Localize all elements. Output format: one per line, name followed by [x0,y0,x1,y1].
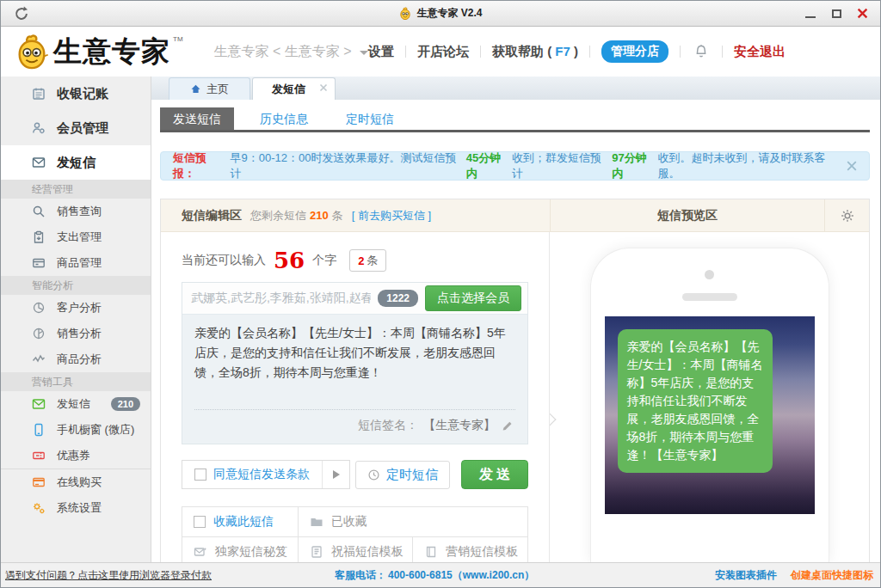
book-icon [424,545,438,559]
sidebar-section-operations: 经营管理 [1,180,151,199]
sidebar-item-members[interactable]: 会员管理 [1,111,151,145]
favorite-sms-option[interactable]: 收藏此短信 [182,507,298,536]
refresh-icon[interactable] [13,5,30,22]
close-button[interactable] [849,3,875,24]
payment-help-link[interactable]: 遇到支付问题？点击这里使用浏览器登录付款 [5,568,212,583]
agree-terms[interactable]: 同意短信发送条款 [182,461,322,488]
notice-highlight: 45分钟内 [466,150,512,181]
card-icon [32,256,46,270]
play-icon [333,470,340,479]
terms-expand-button[interactable] [322,461,349,488]
sidebar-item-label: 销售分析 [57,326,102,341]
notification-bell-icon[interactable] [692,42,711,61]
sidebar-item-label: 支出管理 [57,230,102,245]
clipboard-icon [32,230,46,244]
sms-forecast-notice: 短信预报： 早9：00-12：00时发送效果最好。测试短信预计 45分钟内 收到… [160,151,870,181]
menu-separator [589,46,590,58]
sms-panel: 短信编辑区 您剩余短信 210 条 [ 前去购买短信 ] 短信预览区 [160,199,870,562]
sidebar-item-sales-analysis[interactable]: 销售分析 [1,321,151,346]
select-members-button[interactable]: 点击选择会员 [425,285,521,311]
marketing-template-label: 营销短信模板 [446,544,518,560]
menu-settings[interactable]: 设置 [368,44,394,60]
sidebar-section-marketing: 营销工具 [1,372,151,391]
content: 主页 发短信 发送短信 历史信息 定时短信 短信预报： 早9：00-12：00时 [151,77,880,562]
remaining-sms: 您剩余短信 210 条 [250,208,343,224]
app-logo: 生意专家 TM [13,32,183,71]
menu-help[interactable]: 获取帮助 ( F7 ) [492,44,578,60]
sms-preview: 亲爱的【会员名称】【先生/女士】：本周【商铺名称】5年店庆，是您的支持和信任让我… [550,232,869,562]
sidebar-item-label: 收银记账 [57,86,108,102]
pie-chart-icon [32,327,46,340]
minimize-button[interactable] [798,3,823,24]
tab-strip: 主页 发短信 [151,77,880,100]
notice-text: 收到。超时未收到，请及时联系客服。 [657,150,847,181]
signature-row: 短信签名： 【生意专家】 [194,409,515,444]
subtab-scheduled[interactable]: 定时短信 [334,107,406,130]
subtab-row: 发送短信 历史信息 定时短信 [160,107,870,132]
favorite-checkbox[interactable] [194,516,206,528]
sms-count-badge: 210 [111,397,140,411]
subtab-history[interactable]: 历史信息 [248,107,320,130]
window-title: 生意专家 V2.4 [1,6,880,21]
recipients-input[interactable]: 武娜英,武艺彤,李雅茹,张靖阳,赵春... [191,291,371,306]
editor-panel-header: 短信编辑区 您剩余短信 210 条 [ 前去购买短信 ] [161,199,550,231]
logo-trademark: TM [173,35,183,43]
favorited-option[interactable]: 已收藏 [298,507,527,536]
manage-branch-button[interactable]: 管理分店 [601,40,668,63]
schedule-sms-button[interactable]: 定时短信 [355,461,450,489]
sidebar-item-sales-query[interactable]: 销售查询 [1,199,151,224]
sidebar-item-mobile-shop[interactable]: 手机橱窗 (微店) [1,417,151,443]
secret-tips-option[interactable]: 独家短信秘笈 [182,536,298,566]
terms-checkbox[interactable] [194,469,206,481]
store-breadcrumb[interactable]: 生意专家 < 生意专家 > [214,43,368,61]
service-phone: 客服电话： 400-600-6815（www.i200.cn） [335,568,534,583]
sms-editor: 当前还可以输入 56 个字 2 条 武娜英,武艺彤,李雅茹,张靖 [161,232,550,562]
sidebar-item-send-sms[interactable]: 发短信 210 [1,391,151,417]
sidebar-item-coupons[interactable]: 优惠券 [1,443,151,469]
menu-forum[interactable]: 开店论坛 [417,44,469,60]
sidebar-item-sms[interactable]: 发短信 [1,145,151,180]
sidebar-item-label: 商品分析 [57,352,102,367]
credit-card-icon [32,475,46,489]
message-count-box: 2 条 [349,249,386,272]
sms-options-grid: 收藏此短信 已收藏 独家短信秘笈 [182,506,528,567]
tab-sms[interactable]: 发短信 [252,77,336,100]
search-icon [32,205,46,218]
create-shortcut-link[interactable]: 创建桌面快捷图标 [791,568,873,583]
maximize-button[interactable] [823,3,849,24]
send-button[interactable]: 发送 [461,460,528,489]
clock-icon [367,469,380,481]
sidebar-item-buy-online[interactable]: 在线购买 [1,469,151,495]
chars-prefix: 当前还可以输入 [182,253,266,268]
message-textarea[interactable]: 亲爱的【会员名称】【先生/女士】：本周【商铺名称】5年店庆，是您的支持和信任让我… [194,323,515,402]
sidebar-item-label: 优惠券 [57,448,90,463]
member-icon [32,121,46,135]
sidebar-item-expenses[interactable]: 支出管理 [1,224,151,250]
envelope-icon [32,156,46,169]
sidebar-item-customer-analysis[interactable]: 客户分析 [1,295,151,321]
marketing-template-option[interactable]: 营销短信模板 [412,536,527,566]
notice-label: 短信预报： [173,150,229,181]
logout-button[interactable]: 安全退出 [734,44,786,60]
app-header: 生意专家 TM 生意专家 < 生意专家 > 设置 开店论坛 获取帮助 ( F7 … [1,27,880,77]
blessing-template-option[interactable]: 祝福短信模板 [298,536,413,566]
chars-remaining-count: 56 [274,249,305,272]
sidebar-item-product-analysis[interactable]: 商品分析 [1,346,151,372]
notice-close-icon[interactable] [847,161,857,171]
sidebar-item-products[interactable]: 商品管理 [1,250,151,276]
edit-pencil-icon[interactable] [501,420,514,432]
pie-chart-icon [32,301,46,315]
settings-gear-icon[interactable] [824,199,869,231]
blessing-template-label: 祝福短信模板 [331,544,404,560]
tab-close-icon[interactable] [319,83,328,92]
buy-sms-link[interactable]: [ 前去购买短信 ] [352,208,431,224]
phone-camera-dot [705,270,714,279]
sidebar-item-cashier[interactable]: 收银记账 [1,77,151,111]
chars-remaining-row: 当前还可以输入 56 个字 2 条 [182,249,528,272]
callout-arrow [550,413,556,427]
compose-box: 武娜英,武艺彤,李雅茹,张靖阳,赵春... 1222 点击选择会员 亲爱的【会员… [182,282,528,444]
tab-home[interactable]: 主页 [169,77,250,100]
subtab-send-sms[interactable]: 发送短信 [160,107,234,130]
install-plugin-link[interactable]: 安装图表插件 [715,568,777,583]
sidebar-item-system-settings[interactable]: 系统设置 [1,495,151,521]
